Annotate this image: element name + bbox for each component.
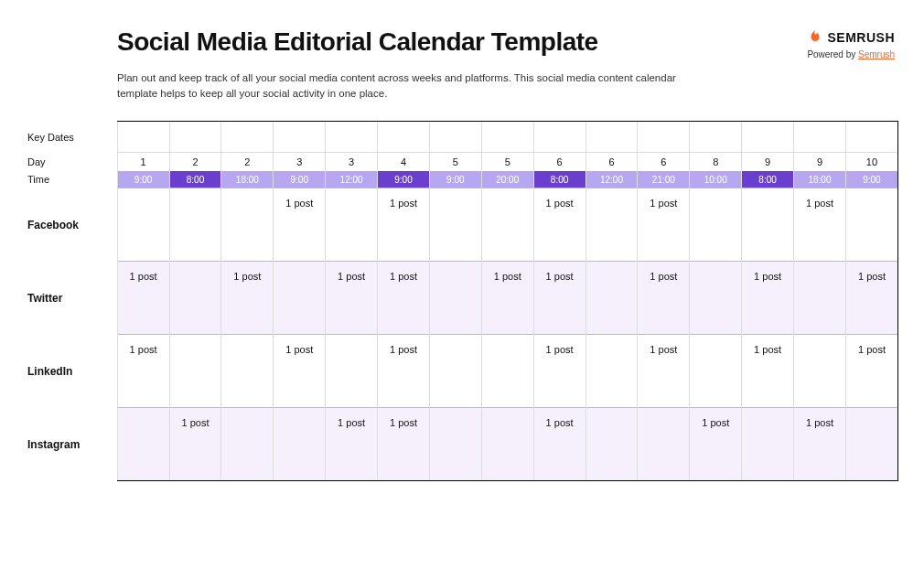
grid-cell [169,122,221,153]
grid-cell: 6 [638,153,690,171]
grid-cell: 9 [794,153,846,171]
post-count: 1 post [546,344,574,355]
grid-cell [429,335,481,408]
grid-cell [221,408,274,481]
grid-cell [794,335,846,408]
grid-cell: 2 [169,153,221,171]
grid-cell: 8 [690,153,742,171]
grid-cell: 1 post [378,262,430,335]
post-count: 1 post [754,271,781,282]
grid-cell: 8:00 [742,171,794,188]
grid-cell: 1 post [533,262,586,335]
grid-cell: 12:00 [586,171,638,188]
post-count: 1 post [858,344,886,355]
grid-cell: 1 post [326,408,378,481]
grid-cell: 3 [326,153,378,171]
grid-cell: 1 post [845,262,897,335]
grid-cell [117,122,169,153]
grid-cell: 1 post [117,262,169,335]
grid-cell [429,408,481,481]
grid-cell: 9:00 [117,171,169,188]
grid-cell [586,335,638,408]
post-count: 1 post [285,198,313,209]
grid-cell: 3 [274,153,326,171]
grid-cell: 8:00 [533,171,586,188]
post-count: 1 post [494,271,521,282]
grid-cell: 1 post [274,188,326,262]
post-count: 1 post [390,417,417,428]
powered-prefix: Powered by [807,49,858,59]
post-count: 1 post [390,344,417,355]
grid-cell: 18:00 [794,171,846,188]
post-count: 1 post [650,198,677,209]
post-count: 1 post [285,344,313,355]
grid-cell: 1 post [378,408,430,481]
grid-cell [742,122,794,153]
grid-cell: 18:00 [221,171,274,188]
grid-cell [274,262,326,335]
flame-icon [807,27,823,48]
grid-cell: 1 post [638,335,690,408]
grid-cell [274,122,326,153]
grid-cell: 20:00 [481,171,533,188]
grid-cell [690,335,742,408]
grid-cell: 9:00 [429,171,481,188]
grid-cell [586,122,638,153]
post-count: 1 post [858,271,886,282]
grid-cell [429,122,481,153]
grid-cell [221,188,274,262]
row-label: LinkedIn [26,335,117,408]
grid-cell: 1 post [742,262,794,335]
grid-cell: 12:00 [326,171,378,188]
grid-cell [845,408,897,481]
grid-cell: 1 post [274,335,326,408]
grid-cell: 6 [533,153,586,171]
post-count: 1 post [702,417,729,428]
grid-cell: 1 post [326,262,378,335]
grid-cell [169,262,221,335]
grid-cell: 6 [586,153,638,171]
row-label: Time [26,171,117,188]
grid-cell: 9:00 [274,171,326,188]
post-count: 1 post [754,344,781,355]
grid-cell [845,188,897,262]
grid-cell [274,408,326,481]
grid-cell [481,188,533,262]
grid-cell [586,262,638,335]
powered-link[interactable]: Semrush [858,49,895,59]
grid-cell: 9:00 [845,171,897,188]
grid-cell [429,188,481,262]
grid-cell [117,408,169,481]
grid-cell: 1 post [845,335,897,408]
post-count: 1 post [546,198,574,209]
row-label: Key Dates [26,122,117,153]
grid-cell: 1 post [533,188,586,262]
grid-cell: 10 [845,153,897,171]
grid-cell: 1 post [378,188,430,262]
grid-cell [221,122,274,153]
grid-cell: 10:00 [690,171,742,188]
post-count: 1 post [181,417,209,428]
post-count: 1 post [390,198,417,209]
row-label: Instagram [26,408,117,481]
grid-cell: 1 [117,153,169,171]
brand-word: SEMRUSH [827,30,895,45]
grid-cell [690,188,742,262]
grid-cell [221,335,274,408]
grid-cell: 9 [742,153,794,171]
grid-cell [742,408,794,481]
grid-cell: 1 post [169,408,221,481]
grid-cell: 8:00 [169,171,221,188]
grid-cell: 1 post [638,262,690,335]
post-count: 1 post [650,344,677,355]
grid-cell [638,408,690,481]
post-count: 1 post [806,198,833,209]
grid-cell [169,335,221,408]
grid-cell [378,122,430,153]
grid-cell [586,188,638,262]
grid-cell [326,122,378,153]
grid-cell: 5 [481,153,533,171]
grid-cell [845,122,897,153]
grid-cell: 21:00 [638,171,690,188]
post-count: 1 post [130,271,157,282]
